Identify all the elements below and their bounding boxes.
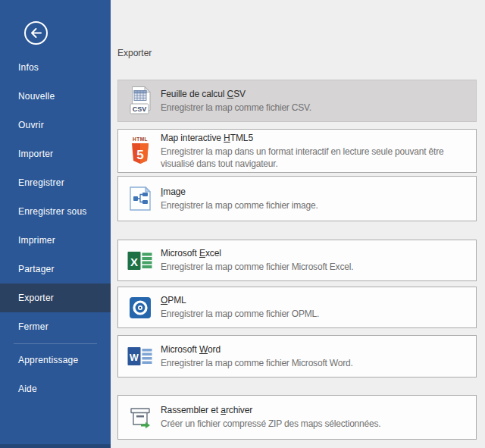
opml-icon — [127, 296, 153, 319]
sidebar-item-enregistrer[interactable]: Enregistrer — [0, 168, 111, 197]
export-option-title: Feuille de calcul CSV — [161, 89, 473, 100]
sidebar-menu: Infos Nouvelle Ouvrir Importer Enregistr… — [0, 53, 111, 403]
sidebar-item-nouvelle[interactable]: Nouvelle — [0, 82, 111, 111]
sidebar-item-label: Importer — [18, 149, 53, 159]
back-arrow-icon — [23, 35, 48, 48]
export-option-text: Feuille de calcul CSV Enregistrer la map… — [161, 89, 473, 114]
sidebar: Infos Nouvelle Ouvrir Importer Enregistr… — [0, 0, 111, 448]
sidebar-item-label: Partager — [18, 264, 55, 274]
sidebar-item-label: Fermer — [18, 321, 48, 332]
sidebar-item-label: Aide — [18, 384, 37, 394]
svg-text:HTML: HTML — [133, 136, 148, 142]
export-options-list: CSV Feuille de calcul CSV Enregistrer la… — [117, 80, 477, 440]
sidebar-item-ouvrir[interactable]: Ouvrir — [0, 111, 111, 139]
sidebar-item-apprentissage[interactable]: Apprentissage — [0, 346, 111, 374]
sidebar-item-label: Imprimer — [18, 235, 55, 246]
export-option-desc: Enregistrer la map comme fichier Microso… — [161, 357, 473, 369]
export-option-text: Microsoft Word Enregistrer la map comme … — [161, 344, 473, 369]
csv-file-icon: CSV — [127, 86, 153, 116]
sidebar-item-imprimer[interactable]: Imprimer — [0, 226, 111, 255]
export-option-text: Image Enregistrer la map comme fichier i… — [161, 186, 473, 211]
export-option-text: Map interactive HTML5 Enregistrer la map… — [161, 133, 473, 170]
export-option-opml[interactable]: OPML Enregistrer la map comme fichier OP… — [117, 287, 477, 328]
sidebar-item-partager[interactable]: Partager — [0, 255, 111, 284]
sidebar-item-label: Infos — [18, 62, 39, 73]
export-option-text: OPML Enregistrer la map comme fichier OP… — [161, 295, 473, 320]
export-option-desc: Enregistrer la map dans un format intera… — [161, 146, 473, 170]
sidebar-item-label: Ouvrir — [18, 120, 44, 130]
pack-and-go-icon — [127, 406, 153, 429]
export-option-desc: Enregistrer la map comme fichier image. — [161, 199, 473, 211]
export-option-title: Microsoft Excel — [161, 248, 473, 259]
export-option-text: Rassembler et archiver Créer un fichier … — [161, 405, 473, 430]
image-file-icon — [127, 186, 153, 211]
sidebar-item-infos[interactable]: Infos — [0, 53, 111, 82]
svg-text:X: X — [130, 255, 138, 268]
sidebar-item-label: Exporter — [18, 293, 54, 303]
export-option-desc: Créer un fichier compressé ZIP des maps … — [161, 418, 473, 430]
sidebar-bottom-strip — [0, 444, 111, 448]
sidebar-item-importer[interactable]: Importer — [0, 139, 111, 168]
sidebar-item-label: Enregistrer sous — [18, 206, 87, 217]
sidebar-item-fermer[interactable]: Fermer — [0, 312, 111, 341]
sidebar-item-exporter[interactable]: Exporter — [0, 284, 111, 312]
sidebar-item-label: Enregistrer — [18, 177, 64, 188]
export-option-title: Map interactive HTML5 — [161, 133, 473, 144]
export-option-word[interactable]: W Microsoft Word Enregistrer la map comm… — [117, 335, 477, 378]
export-option-desc: Enregistrer la map comme fichier OPML. — [161, 308, 473, 320]
svg-text:5: 5 — [136, 148, 143, 162]
sidebar-item-label: Apprentissage — [18, 355, 78, 365]
export-option-desc: Enregistrer la map comme fichier CSV. — [161, 102, 473, 114]
export-panel: Exporter CSV Feuille de calcul — [111, 0, 485, 448]
excel-icon: X — [127, 249, 153, 272]
html5-icon: HTML 5 — [127, 136, 153, 166]
export-option-title: Microsoft Word — [161, 344, 473, 356]
svg-text:W: W — [130, 352, 139, 363]
export-option-title: Image — [161, 186, 473, 198]
sidebar-item-aide[interactable]: Aide — [0, 374, 111, 403]
export-option-desc: Enregistrer la map comme fichier Microso… — [161, 261, 473, 273]
export-option-title: OPML — [161, 295, 473, 306]
export-option-text: Microsoft Excel Enregistrer la map comme… — [161, 248, 473, 273]
export-option-html5[interactable]: HTML 5 Map interactive HTML5 Enregistrer… — [117, 129, 477, 173]
page-title: Exporter — [117, 48, 152, 58]
sidebar-divider — [14, 343, 97, 344]
export-option-title: Rassembler et archiver — [161, 405, 473, 416]
backstage-view: Infos Nouvelle Ouvrir Importer Enregistr… — [0, 0, 485, 448]
export-option-excel[interactable]: X Microsoft Excel Enregistrer la map com… — [117, 240, 477, 281]
sidebar-item-enregistrer-sous[interactable]: Enregistrer sous — [0, 197, 111, 226]
word-icon: W — [127, 345, 153, 368]
export-option-csv[interactable]: CSV Feuille de calcul CSV Enregistrer la… — [117, 80, 477, 122]
export-option-pack-and-go[interactable]: Rassembler et archiver Créer un fichier … — [117, 395, 477, 440]
back-button[interactable] — [23, 20, 48, 45]
sidebar-item-label: Nouvelle — [18, 91, 55, 102]
export-option-image[interactable]: Image Enregistrer la map comme fichier i… — [117, 176, 477, 221]
svg-text:CSV: CSV — [132, 105, 146, 113]
